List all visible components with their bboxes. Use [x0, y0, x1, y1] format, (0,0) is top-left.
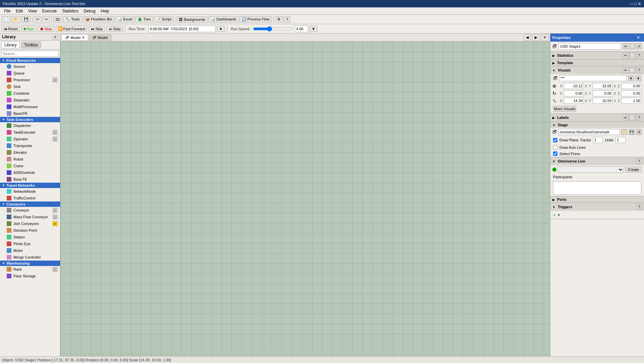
- properties-close-button[interactable]: ✕: [635, 35, 642, 41]
- menu-debug[interactable]: Debug: [81, 8, 98, 14]
- tab-model-2[interactable]: 🗗 Model: [89, 35, 111, 41]
- library-search-input[interactable]: [1, 51, 59, 57]
- lib-item-basicfr[interactable]: BasicFR: [0, 110, 60, 117]
- props-stage-header[interactable]: ▼ Stage: [550, 122, 644, 128]
- lib-item-combiner[interactable]: Combiner: [0, 90, 60, 97]
- stats-edit-btn[interactable]: ✏: [623, 52, 629, 58]
- run-speed-slider[interactable]: [253, 26, 293, 32]
- visuals-value-input[interactable]: [559, 75, 627, 81]
- props-omniverse-header[interactable]: ▼ Omniverse Live ?: [550, 157, 644, 165]
- lib-item-processor[interactable]: Processor □: [0, 77, 60, 83]
- run-button[interactable]: ▶ Run: [21, 26, 36, 32]
- rotation-z-input[interactable]: [622, 90, 642, 96]
- lib-item-motor[interactable]: Motor: [0, 247, 60, 254]
- tab-scroll-left[interactable]: ◀: [524, 34, 531, 41]
- menu-edit[interactable]: Edit: [13, 8, 26, 14]
- lib-item-asrsvehicle[interactable]: ASRSvehicle: [0, 169, 60, 176]
- menu-help[interactable]: Help: [98, 8, 112, 14]
- draw-axis-checkbox[interactable]: [553, 145, 557, 149]
- labels-copy-btn[interactable]: ⬜: [629, 115, 635, 121]
- tree-button[interactable]: 🌲 Tree: [135, 16, 153, 22]
- tab-close-view[interactable]: ✕: [541, 34, 549, 41]
- omni-create-button[interactable]: Create: [625, 167, 642, 173]
- tab-scroll-right[interactable]: ▶: [532, 34, 540, 41]
- lib-item-mergecontroller[interactable]: Merge Controller: [0, 254, 60, 261]
- lib-item-elevator[interactable]: Elevator: [0, 149, 60, 156]
- visuals-action-btn[interactable]: ▼: [635, 75, 641, 81]
- step-button[interactable]: ⏯ Step: [106, 26, 123, 32]
- redo-button[interactable]: ↪: [42, 16, 50, 22]
- operator-ext-btn[interactable]: □: [53, 137, 57, 141]
- lib-item-networknode[interactable]: NetworkNode: [0, 188, 60, 195]
- visuals-copy-btn[interactable]: ⬜: [629, 67, 635, 73]
- visuals-dropdown-btn[interactable]: ▼: [628, 75, 634, 81]
- scale-z-input[interactable]: [622, 98, 642, 104]
- script-button[interactable]: 📝 Script: [154, 16, 174, 22]
- processor-ext-btn[interactable]: □: [53, 78, 57, 82]
- lib-item-decisionpoint[interactable]: Decision Point: [0, 227, 60, 234]
- library-tab-toolbox[interactable]: Toolbox: [21, 42, 41, 48]
- reset-button[interactable]: ⏮ Reset: [1, 26, 20, 32]
- visuals-edit-btn[interactable]: ✏: [623, 67, 629, 73]
- rotation-y-input[interactable]: [593, 90, 613, 96]
- props-labels-header[interactable]: ▶ Labels ✏ ⬜ ?: [550, 114, 644, 122]
- select-prims-checkbox[interactable]: [553, 151, 557, 156]
- lib-item-queue[interactable]: Queue: [0, 70, 60, 77]
- lib-item-station[interactable]: Station: [0, 234, 60, 240]
- flowitem-bin-button[interactable]: 📦 FlowItem Bin: [83, 16, 115, 22]
- rotation-x-input[interactable]: [564, 90, 584, 96]
- taskexecuter-ext-btn[interactable]: □: [53, 130, 57, 135]
- menu-execute[interactable]: Execute: [40, 8, 59, 14]
- lib-item-basicte[interactable]: BasicTE: [0, 176, 60, 183]
- run-speed-dropdown[interactable]: ▼: [309, 26, 318, 32]
- omniverse-help-btn[interactable]: ?: [636, 158, 642, 164]
- props-statistics-header[interactable]: ▶ Statistics ✏ ⬜ ?: [550, 51, 644, 59]
- run-speed-value[interactable]: [295, 26, 308, 32]
- rack-ext-btn[interactable]: □: [53, 267, 57, 272]
- lib-item-joinconveyors[interactable]: Join Conveyors ✏: [0, 220, 60, 227]
- model-view[interactable]: Queue1: [60, 42, 550, 356]
- fast-forward-button[interactable]: ⏩ Fast Forward: [56, 26, 88, 32]
- props-visuals-header[interactable]: ▼ Visuals ✏ ⬜ ?: [550, 66, 644, 74]
- trigger-add-plus[interactable]: +: [553, 212, 556, 218]
- props-triggers-header[interactable]: ▼ Triggers ?: [550, 203, 644, 211]
- run-time-dropdown[interactable]: ▼: [217, 26, 225, 32]
- lib-item-rack[interactable]: Rack □: [0, 266, 60, 273]
- lib-item-sink[interactable]: Sink: [0, 83, 60, 90]
- new-button[interactable]: 📄: [1, 16, 11, 22]
- library-close-button[interactable]: ✕: [52, 35, 58, 39]
- props-edit-icon[interactable]: ✏: [623, 43, 629, 49]
- position-x-input[interactable]: [564, 83, 584, 89]
- props-arrow-icon[interactable]: ↗: [636, 43, 642, 49]
- help-button[interactable]: ?: [284, 16, 290, 22]
- lib-item-trafficcontrol[interactable]: TrafficControl: [0, 195, 60, 201]
- tab-model-1[interactable]: 🗗 Model ✕: [62, 35, 88, 41]
- props-template-header[interactable]: ▶ Template: [550, 60, 644, 66]
- stage-save-btn[interactable]: 💾: [629, 129, 635, 135]
- stage-refresh-btn[interactable]: ↺: [636, 129, 642, 135]
- labels-edit-btn[interactable]: ✏: [623, 115, 629, 121]
- maximize-button[interactable]: □: [634, 1, 637, 6]
- labels-help-btn[interactable]: ?: [636, 115, 642, 121]
- stats-help-btn[interactable]: ?: [636, 52, 642, 58]
- stage-path-input[interactable]: [558, 129, 620, 135]
- process-flow-button[interactable]: 🔄 Process Flow: [239, 16, 272, 22]
- more-visuals-button[interactable]: More Visuals: [553, 106, 576, 112]
- scale-x-input[interactable]: [564, 98, 584, 104]
- stats-copy-btn[interactable]: ⬜: [629, 52, 635, 58]
- stage-folder-btn[interactable]: 📁: [621, 129, 627, 135]
- lib-item-dispatcher[interactable]: Dispatcher: [0, 122, 60, 129]
- lib-item-taskexecuter[interactable]: TaskExecuter □: [0, 129, 60, 136]
- position-z-input[interactable]: [622, 83, 642, 89]
- lib-item-separator[interactable]: Separator: [0, 97, 60, 103]
- settings-button[interactable]: ⚙: [275, 16, 283, 22]
- trigger-add-arrow[interactable]: ▼: [557, 213, 560, 217]
- lib-item-operator[interactable]: Operator □: [0, 136, 60, 142]
- lib-item-photoeye[interactable]: Photo Eye: [0, 240, 60, 247]
- stop-button[interactable]: ⏹ Stop: [38, 26, 54, 32]
- units-input[interactable]: [615, 137, 626, 143]
- section-conveyors-header[interactable]: ▼ Conveyors: [0, 201, 60, 207]
- scale-y-input[interactable]: [593, 98, 613, 104]
- massflow-ext-btn[interactable]: □: [53, 215, 57, 219]
- lib-item-massflow[interactable]: Mass Flow Conveyor □: [0, 214, 60, 220]
